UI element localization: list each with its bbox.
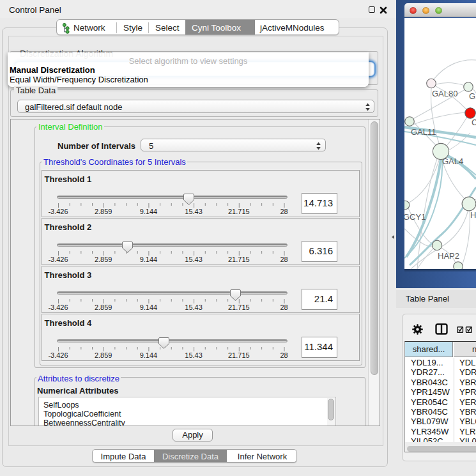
svg-text:H: H — [470, 210, 476, 220]
svg-text:G.: G. — [469, 91, 476, 101]
svg-text:GAL4: GAL4 — [442, 157, 463, 166]
svg-text:GCY1: GCY1 — [404, 212, 426, 222]
svg-text:C: C — [472, 118, 476, 127]
svg-text:GAL80: GAL80 — [432, 89, 457, 98]
svg-text:GAL11: GAL11 — [411, 127, 436, 137]
svg-text:HAP2: HAP2 — [438, 251, 459, 261]
